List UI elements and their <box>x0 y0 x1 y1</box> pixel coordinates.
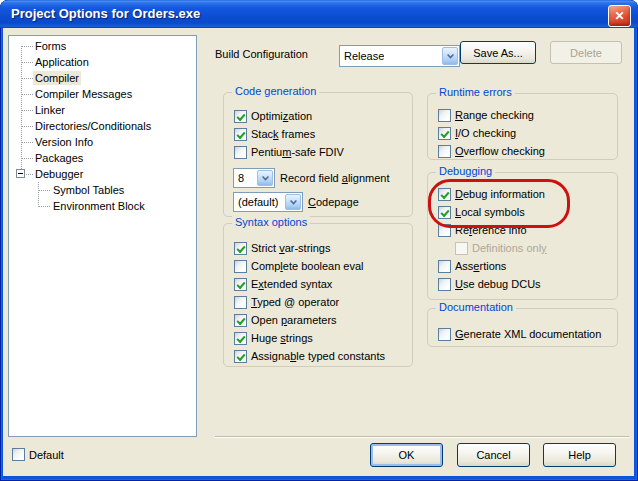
checkbox-row: Optimization <box>224 107 412 125</box>
delete-button: Delete <box>550 41 622 64</box>
checkbox-reference-info[interactable] <box>438 224 451 237</box>
checkbox-label: Typed @ operator <box>251 296 339 308</box>
group-documentation: Documentation Generate XML documentation <box>427 308 618 347</box>
codepage-select[interactable]: (default) <box>233 192 303 212</box>
group-code-generation: Code generation OptimizationStack frames… <box>223 92 413 217</box>
group-title: Code generation <box>232 85 319 97</box>
checkbox-label: Optimization <box>251 110 312 122</box>
checkbox-label: Debug information <box>455 188 545 200</box>
checkbox-open-parameters[interactable] <box>234 314 247 327</box>
checkbox-label: Overflow checking <box>455 145 545 157</box>
checkbox-local-symbols[interactable] <box>438 206 451 219</box>
checkbox-row: Range checking <box>428 106 617 124</box>
project-options-dialog: Project Options for Orders.exe ✕ FormsAp… <box>0 0 638 481</box>
checkbox-label: Range checking <box>455 109 534 121</box>
title-bar[interactable]: Project Options for Orders.exe ✕ <box>0 0 638 28</box>
build-configuration-value: Release <box>344 50 384 62</box>
group-title: Runtime errors <box>436 86 515 98</box>
default-checkbox[interactable] <box>12 448 25 461</box>
sidebar-item-version-info[interactable]: Version Info <box>9 134 196 150</box>
group-title: Documentation <box>436 301 516 313</box>
tree-item-label: Debugger <box>33 167 85 181</box>
checkbox-complete-boolean-eval[interactable] <box>234 260 247 273</box>
checkbox-row: I/O checking <box>428 124 617 142</box>
tree-items: FormsApplicationCompilerCompiler Message… <box>9 38 196 214</box>
help-button[interactable]: Help <box>543 443 616 467</box>
checkbox-overflow-checking[interactable] <box>438 145 451 158</box>
checkbox-strict-var-strings[interactable] <box>234 242 247 255</box>
checkbox-debug-information[interactable] <box>438 188 451 201</box>
sidebar-item-forms[interactable]: Forms <box>9 38 196 54</box>
checkbox-stack-frames[interactable] <box>234 128 247 141</box>
checkbox-pentium-safe-fdiv[interactable] <box>234 146 247 159</box>
record-field-alignment-label: Record field alignment <box>280 172 389 184</box>
checkbox-label: I/O checking <box>455 127 516 139</box>
checkbox-extended-syntax[interactable] <box>234 278 247 291</box>
checkbox-label: Use debug DCUs <box>455 278 541 290</box>
checkbox-typed-operator[interactable] <box>234 296 247 309</box>
close-button[interactable]: ✕ <box>608 5 631 27</box>
checkbox-row: Huge strings <box>224 329 412 347</box>
tree-item-label: Compiler Messages <box>33 87 134 101</box>
sidebar-item-debugger[interactable]: Debugger <box>9 166 196 182</box>
tree-item-label: Compiler <box>33 71 81 85</box>
tree-item-label: Application <box>33 55 91 69</box>
build-configuration-select[interactable]: Release <box>339 45 460 67</box>
group-title: Debugging <box>436 165 495 177</box>
checkbox-use-debug-dcus[interactable] <box>438 278 451 291</box>
checkbox-row: Complete boolean eval <box>224 257 412 275</box>
dialog-body: FormsApplicationCompilerCompiler Message… <box>3 28 634 476</box>
cancel-button[interactable]: Cancel <box>457 443 530 467</box>
checkbox-definitions-only <box>455 242 468 255</box>
build-configuration-label: Build Configuration <box>215 48 308 60</box>
ok-button[interactable]: OK <box>370 443 443 467</box>
sidebar-item-application[interactable]: Application <box>9 54 196 70</box>
checkbox-assertions[interactable] <box>438 260 451 273</box>
tree-collapse-icon[interactable] <box>16 169 25 178</box>
checkbox-label: Generate XML documentation <box>455 328 601 340</box>
tree-item-label: Environment Block <box>51 199 147 213</box>
checkbox-label: Open parameters <box>251 314 337 326</box>
tree-item-label: Linker <box>33 103 67 117</box>
codepage-label: Codepage <box>308 196 359 208</box>
sidebar-item-packages[interactable]: Packages <box>9 150 196 166</box>
checkbox-label: Pentium-safe FDIV <box>251 146 344 158</box>
checkbox-row: Stack frames <box>224 125 412 143</box>
checkbox-label: Huge strings <box>251 332 313 344</box>
group-runtime-errors: Runtime errors Range checkingI/O checkin… <box>427 93 618 160</box>
tree-item-label: Packages <box>33 151 85 165</box>
chevron-down-icon[interactable] <box>285 194 301 210</box>
checkbox-label: Assertions <box>455 260 506 272</box>
checkbox-row: Overflow checking <box>428 142 617 160</box>
checkbox-label: Local symbols <box>455 206 525 218</box>
checkbox-label: Assignable typed constants <box>251 350 385 362</box>
tree-item-label: Forms <box>33 39 68 53</box>
checkbox-row: Assertions <box>428 257 617 275</box>
close-icon: ✕ <box>614 10 624 22</box>
checkbox-label: Strict var-strings <box>251 242 330 254</box>
checkbox-assignable-typed-constants[interactable] <box>234 350 247 363</box>
checkbox-generate-xml-documentation[interactable] <box>438 328 451 341</box>
sidebar-item-directories-conditionals[interactable]: Directories/Conditionals <box>9 118 196 134</box>
checkbox-row: Reference info <box>428 221 617 239</box>
default-label: Default <box>29 449 64 461</box>
sidebar-item-linker[interactable]: Linker <box>9 102 196 118</box>
chevron-down-icon[interactable] <box>442 47 458 65</box>
sidebar-item-symbol-tables[interactable]: Symbol Tables <box>9 182 196 198</box>
save-as-button[interactable]: Save As... <box>460 41 536 64</box>
checkbox-row: Local symbols <box>428 203 617 221</box>
record-field-alignment-select[interactable]: 8 <box>233 168 275 188</box>
sidebar-item-compiler-messages[interactable]: Compiler Messages <box>9 86 196 102</box>
window-title: Project Options for Orders.exe <box>11 6 200 21</box>
sidebar-item-compiler[interactable]: Compiler <box>9 70 196 86</box>
group-syntax-options: Syntax options Strict var-stringsComplet… <box>223 223 413 367</box>
checkbox-row: Debug information <box>428 185 617 203</box>
checkbox-range-checking[interactable] <box>438 109 451 122</box>
checkbox-row: Open parameters <box>224 311 412 329</box>
chevron-down-icon[interactable] <box>257 170 273 186</box>
checkbox-i-o-checking[interactable] <box>438 127 451 140</box>
checkbox-huge-strings[interactable] <box>234 332 247 345</box>
checkbox-optimization[interactable] <box>234 110 247 123</box>
tree-item-label: Directories/Conditionals <box>33 119 153 133</box>
sidebar-item-environment-block[interactable]: Environment Block <box>9 198 196 214</box>
